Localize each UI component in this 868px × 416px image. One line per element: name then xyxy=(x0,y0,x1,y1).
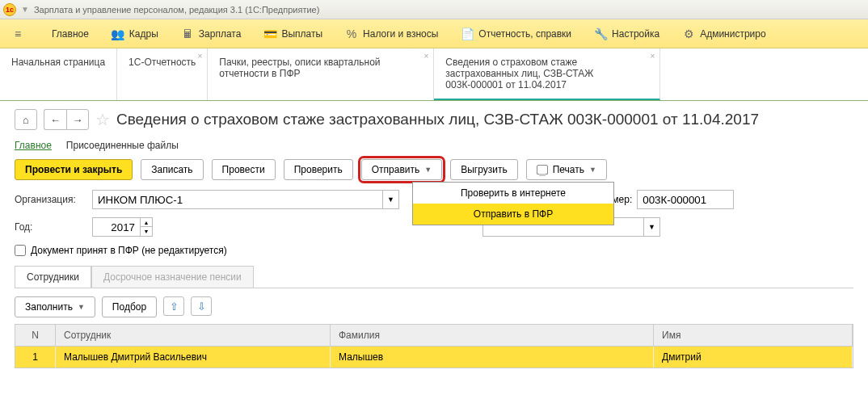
fill-button[interactable]: Заполнить▼ xyxy=(15,296,95,317)
tab-szv[interactable]: Сведения о страховом стаже застрахованны… xyxy=(434,48,660,100)
cell-n: 1 xyxy=(15,347,56,368)
table-header: N Сотрудник Фамилия Имя xyxy=(15,325,853,347)
arrow-right-icon: → xyxy=(73,114,83,126)
calculator-icon: 🖩 xyxy=(181,27,194,40)
tab-start[interactable]: Начальная страница xyxy=(0,48,117,100)
inner-tab-employees[interactable]: Сотрудники xyxy=(15,266,91,288)
subtab-files[interactable]: Присоединенные файлы xyxy=(66,140,179,151)
col-name[interactable]: Имя xyxy=(654,325,853,346)
window-title: Зарплата и управление персоналом, редакц… xyxy=(34,5,319,15)
home-button[interactable]: ⌂ xyxy=(15,109,37,130)
cell-employee: Малышев Дмитрий Васильевич xyxy=(56,347,331,368)
col-employee[interactable]: Сотрудник xyxy=(56,325,331,346)
upload-button[interactable]: Выгрузить xyxy=(450,159,518,180)
send-button[interactable]: Отправить▼ xyxy=(361,159,442,180)
printer-icon xyxy=(537,165,548,174)
spin-down-icon[interactable]: ▼ xyxy=(141,227,152,236)
menu-main[interactable]: Главное xyxy=(40,28,100,40)
titlebar: 1c ▼ Зарплата и управление персоналом, р… xyxy=(0,0,868,19)
document-title: Сведения о страховом стаже застрахованны… xyxy=(116,111,759,128)
accepted-pfr-checkbox[interactable] xyxy=(15,245,26,256)
menu-kadry[interactable]: 👥Кадры xyxy=(100,27,170,40)
pick-button[interactable]: Подбор xyxy=(102,296,157,317)
print-button[interactable]: Печать▼ xyxy=(526,159,607,180)
employees-table: N Сотрудник Фамилия Имя 1 Малышев Дмитри… xyxy=(15,324,853,368)
menu-nalogi[interactable]: %Налоги и взносы xyxy=(334,27,449,40)
move-down-button[interactable]: ⇩ xyxy=(191,296,212,316)
arrow-left-icon: ← xyxy=(50,114,61,126)
arrow-up-icon: ⇧ xyxy=(170,300,179,313)
menu-vyplaty[interactable]: 💳Выплаты xyxy=(252,27,334,40)
year-spinner[interactable]: ▲ ▼ xyxy=(141,217,153,237)
arrow-down-icon: ⇩ xyxy=(197,300,206,313)
menu-hamburger[interactable]: ≡ xyxy=(0,27,40,40)
dropdown-send-pfr[interactable]: Отправить в ПФР xyxy=(413,204,613,225)
menu-admin[interactable]: ⚙Администриро xyxy=(671,27,777,40)
inner-tab-pension[interactable]: Досрочное назначение пенсии xyxy=(91,266,254,288)
close-icon[interactable]: × xyxy=(651,52,655,61)
chevron-down-icon[interactable]: ▼ xyxy=(643,218,659,236)
accepted-pfr-label: Документ принят в ПФР (не редактируется) xyxy=(31,245,227,256)
post-button[interactable]: Провести xyxy=(212,159,276,180)
wallet-icon: 💳 xyxy=(263,27,276,40)
wrench-icon: 🔧 xyxy=(594,27,607,40)
close-icon[interactable]: × xyxy=(198,52,203,61)
org-input[interactable] xyxy=(92,190,383,209)
close-icon[interactable]: × xyxy=(424,52,429,61)
chevron-down-icon: ▼ xyxy=(78,303,85,311)
year-label: Год: xyxy=(15,221,86,233)
forward-button[interactable]: → xyxy=(66,109,89,130)
menu-zarplata[interactable]: 🖩Зарплата xyxy=(170,27,253,40)
document-toolbar: Провести и закрыть Записать Провести Про… xyxy=(15,159,853,180)
table-toolbar: Заполнить▼ Подбор ⇧ ⇩ xyxy=(15,296,853,317)
app-logo-icon: 1c xyxy=(3,3,16,16)
col-n[interactable]: N xyxy=(15,325,56,346)
col-family[interactable]: Фамилия xyxy=(331,325,654,346)
menu-otchet[interactable]: 📄Отчетность, справки xyxy=(449,27,583,40)
check-button[interactable]: Проверить xyxy=(284,159,353,180)
main-menu: ≡ Главное 👥Кадры 🖩Зарплата 💳Выплаты %Нал… xyxy=(0,19,868,48)
cell-name: Дмитрий xyxy=(654,347,853,368)
send-dropdown: Проверить в интернете Отправить в ПФР xyxy=(412,182,614,225)
gear-icon: ⚙ xyxy=(682,27,695,40)
document-tabs: Начальная страница 1С-Отчетность× Пачки,… xyxy=(0,48,868,101)
app-menu-dropdown[interactable]: ▼ xyxy=(21,5,29,14)
dropdown-check-online[interactable]: Проверить в интернете xyxy=(413,183,613,204)
org-dropdown-button[interactable]: ▼ xyxy=(383,190,399,209)
spin-up-icon[interactable]: ▲ xyxy=(141,218,152,227)
inner-tabs: Сотрудники Досрочное назначение пенсии xyxy=(15,266,853,288)
chevron-down-icon: ▼ xyxy=(424,166,432,174)
percent-icon: % xyxy=(345,27,358,40)
favorite-star-icon[interactable]: ☆ xyxy=(95,110,110,129)
year-input[interactable] xyxy=(92,217,141,237)
menu-nastroika[interactable]: 🔧Настройка xyxy=(583,27,671,40)
subtab-main[interactable]: Главное xyxy=(15,140,52,151)
org-label: Организация: xyxy=(15,194,86,205)
post-and-close-button[interactable]: Провести и закрыть xyxy=(15,159,133,180)
number-input[interactable] xyxy=(637,190,734,209)
table-row[interactable]: 1 Малышев Дмитрий Васильевич Малышев Дми… xyxy=(15,347,853,368)
chevron-down-icon: ▼ xyxy=(387,195,394,204)
hamburger-icon: ≡ xyxy=(11,27,24,40)
back-button[interactable]: ← xyxy=(44,109,66,130)
move-up-button[interactable]: ⇧ xyxy=(163,296,184,316)
report-icon: 📄 xyxy=(461,27,474,40)
sub-tabs: Главное Присоединенные файлы xyxy=(15,140,853,151)
document-title-row: ⌂ ← → ☆ Сведения о страховом стаже застр… xyxy=(15,109,853,130)
tab-packs[interactable]: Пачки, реестры, описи квартальной отчетн… xyxy=(208,48,434,100)
tab-1c-report[interactable]: 1С-Отчетность× xyxy=(117,48,208,100)
home-icon: ⌂ xyxy=(23,114,29,126)
write-button[interactable]: Записать xyxy=(141,159,203,180)
chevron-down-icon: ▼ xyxy=(589,166,596,174)
cell-family: Малышев xyxy=(331,347,654,368)
people-icon: 👥 xyxy=(112,27,124,40)
